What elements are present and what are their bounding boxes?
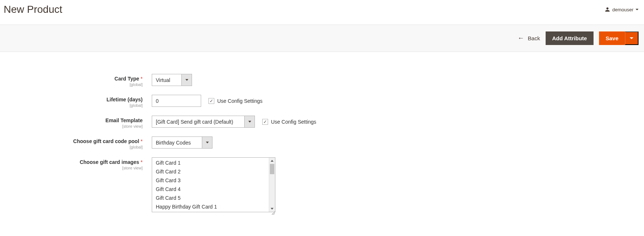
user-icon [605,7,610,12]
email-template-scope: [store view] [5,124,143,128]
lifetime-label: Lifetime (days) [106,97,143,102]
email-template-use-config-label: Use Config Settings [271,119,316,125]
add-attribute-button[interactable]: Add Attribute [546,31,594,45]
lifetime-use-config-checkbox[interactable]: ✓ [208,98,214,104]
scrollbar[interactable] [269,158,275,212]
list-item[interactable]: Gift Card 2 [152,167,275,176]
list-item[interactable]: Gift Card 5 [152,194,275,202]
triangle-down-icon [271,208,274,210]
chevron-down-icon [244,116,255,127]
back-button[interactable]: ← Back [517,34,540,42]
page-title: New Product [4,4,62,15]
scroll-thumb[interactable] [270,164,274,174]
code-pool-label: Choose gift card code pool [73,138,139,144]
list-item[interactable]: Happy Birthday Gift Card 1 [152,202,275,211]
check-icon: ✓ [263,119,267,124]
chevron-down-icon [636,9,639,10]
scroll-up-button[interactable] [269,158,275,164]
images-label: Choose gift card images [80,159,139,165]
card-type-value: Virtual [152,74,181,86]
required-marker: * [141,159,143,165]
list-item[interactable]: Gift Card 3 [152,176,275,185]
email-template-select[interactable]: [Gift Card] Send gift card (Default) [152,116,255,128]
chevron-down-icon [630,37,633,39]
code-pool-scope: [global] [5,145,143,149]
code-pool-value: Birthday Codes [152,137,202,148]
card-type-scope: [global] [5,82,143,87]
card-type-select[interactable]: Virtual [152,74,192,86]
code-pool-select[interactable]: Birthday Codes [152,136,212,149]
arrow-left-icon: ← [517,34,524,42]
list-item[interactable]: Gift Card 1 [152,158,275,167]
user-menu[interactable]: demouser [605,7,639,12]
required-marker: * [141,76,143,82]
save-dropdown-button[interactable] [625,31,639,45]
images-listbox[interactable]: Gift Card 1 Gift Card 2 Gift Card 3 Gift… [152,157,275,212]
email-template-label: Email Template [105,117,143,123]
list-item[interactable]: Gift Card 4 [152,185,275,194]
check-icon: ✓ [210,98,213,104]
email-template-value: [Gift Card] Send gift card (Default) [152,116,244,127]
lifetime-input[interactable] [152,95,201,107]
images-scope: [store view] [5,166,143,170]
email-template-use-config-checkbox[interactable]: ✓ [262,119,268,125]
required-marker: * [141,138,143,144]
lifetime-use-config-label: Use Config Settings [217,98,263,104]
card-type-label: Card Type [114,76,139,82]
user-name: demouser [612,7,633,12]
lifetime-scope: [global] [5,103,143,108]
back-label: Back [528,35,540,41]
resize-handle[interactable] [270,210,275,215]
chevron-down-icon [202,137,212,148]
triangle-up-icon [271,160,274,162]
save-button[interactable]: Save [599,31,625,45]
chevron-down-icon [181,74,192,86]
